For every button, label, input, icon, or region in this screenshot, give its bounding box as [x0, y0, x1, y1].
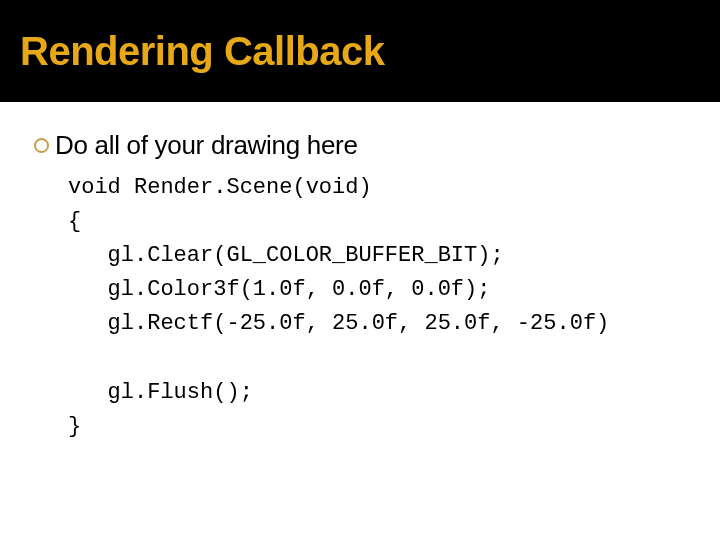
title-bar: Rendering Callback: [0, 0, 720, 102]
code-line: gl.Rectf(-25.0f, 25.0f, 25.0f, -25.0f): [68, 311, 609, 336]
slide-content: Do all of your drawing here void Render.…: [0, 102, 720, 444]
code-line: }: [68, 414, 81, 439]
bullet-item: Do all of your drawing here: [34, 130, 686, 161]
code-block: void Render.Scene(void) { gl.Clear(GL_CO…: [68, 171, 686, 444]
code-line: gl.Clear(GL_COLOR_BUFFER_BIT);: [68, 243, 504, 268]
bullet-icon: [34, 138, 49, 153]
slide-title: Rendering Callback: [20, 29, 384, 74]
code-line: {: [68, 209, 81, 234]
code-line: gl.Color3f(1.0f, 0.0f, 0.0f);: [68, 277, 490, 302]
bullet-text: Do all of your drawing here: [55, 130, 358, 161]
code-line: gl.Flush();: [68, 380, 253, 405]
code-line: void Render.Scene(void): [68, 175, 372, 200]
